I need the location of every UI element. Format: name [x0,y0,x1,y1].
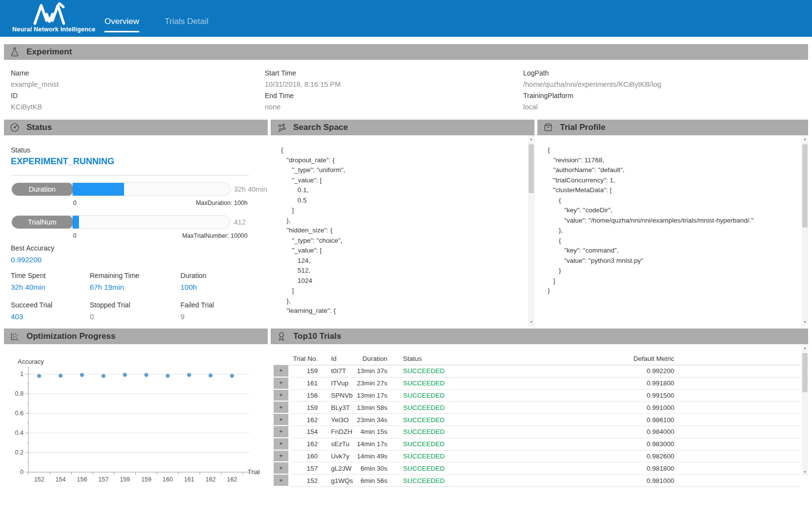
trial-no-cell: 161 [290,378,318,389]
trial-id-cell: FnDZH [318,426,355,438]
field-label: LogPath [523,68,661,78]
status-body: Status EXPERIMENT_RUNNING Duration 32h 4… [4,135,268,326]
optimization-header: Optimization Progress [4,328,268,344]
expand-row-button[interactable]: + [274,438,288,451]
table-row: + 152 g1WQs 6min 56s SUCCEEDED 0.981000 [274,475,800,487]
expand-row-button[interactable]: + [274,475,288,487]
scrollbar-thumb[interactable] [802,353,808,392]
expand-row-button[interactable]: + [274,365,288,378]
metric-cell: 0.991800 [530,378,674,389]
svg-text:0.8: 0.8 [15,390,24,397]
expand-row-button[interactable]: + [274,402,288,414]
svg-text:160: 160 [163,476,173,483]
trialnum-bar-label: TrialNum [12,216,73,228]
optimization-progress-panel: Optimization Progress 00.20.40.60.811521… [4,328,268,505]
status-field-label: Status [11,146,30,154]
table-row: + 162 Yel3O 23min 34s SUCCEEDED 0.986100 [274,414,800,426]
duration-cell: 13min 17s [355,390,387,402]
svg-text:1: 1 [20,371,24,378]
trial-id-cell: Uvk7y [318,451,355,462]
svg-text:0: 0 [20,469,24,476]
col-status: Status [387,355,530,362]
trialnum-bar-fill [73,216,79,228]
expand-row-button[interactable]: + [274,451,288,463]
table-row: + 162 sEzTu 14min 17s SUCCEEDED 0.983000 [274,438,800,451]
table-row-content: 159 t0I7T 13min 37s SUCCEEDED 0.992200 [290,365,800,378]
scroll-up-arrow[interactable]: ▲ [528,135,534,143]
trialnum-max: MaxTrialNumber: 10000 [182,232,248,239]
stat-label: Failed Trial [180,301,214,309]
stat-value: 32h 40min [11,283,46,291]
experiment-body: Name example_mnist ID KCiBytKB Start Tim… [4,60,808,118]
optimization-chart: 00.20.40.60.8115215415615715915916016116… [4,344,271,496]
trial-no-cell: 160 [290,451,318,462]
experiment-col-1: Name example_mnist ID KCiBytKB [11,68,59,113]
table-row-content: 160 Uvk7y 14min 49s SUCCEEDED 0.982600 [290,451,800,463]
scroll-up-arrow[interactable]: ▲ [802,135,808,143]
svg-text:162: 162 [205,476,216,483]
scroll-down-arrow[interactable]: ▼ [802,318,808,326]
stat-failed-trial: Failed Trial 9 [180,301,214,321]
status-cell: SUCCEEDED [387,378,530,389]
top10-scrollbar[interactable]: ▲ ▼ [802,344,808,476]
experiment-col-2: Start Time 10/31/2018, 8:16:15 PM End Ti… [265,68,341,113]
trial-no-cell: 154 [290,426,318,438]
trialnum-bar-track [73,216,230,228]
stat-label: Stopped Trial [90,301,130,309]
scroll-down-arrow[interactable]: ▼ [802,468,808,476]
trial-id-cell: ITVup [318,378,355,389]
top10-body: Trial No. Id Duration Status Default Met… [271,344,808,505]
duration-cell: 23min 27s [355,378,387,389]
col-id: Id [318,355,355,362]
experiment-header: Experiment [4,44,808,60]
stat-remaining-time: Remaining Time 67h 19min [90,272,139,291]
expand-row-button[interactable]: + [274,426,288,438]
experiment-status-value: EXPERIMENT_RUNNING [11,156,114,167]
scrollbar-thumb[interactable] [529,144,534,193]
medal-icon [276,331,287,342]
row-filler [674,390,800,402]
trial-id-cell: t0I7T [318,365,355,377]
field-label: Name [11,68,59,78]
search-space-scrollbar[interactable]: ▲ ▼ [528,135,534,326]
row-filler [674,451,800,462]
expand-row-button[interactable]: + [274,462,288,475]
stat-value: 403 [11,312,52,321]
trial-profile-json: { "revision": 11768, "authorName": "defa… [548,145,798,324]
metric-cell: 0.981000 [530,475,674,486]
scrollbar-thumb[interactable] [802,144,808,227]
table-row: + 159 BLy3T 13min 58s SUCCEEDED 0.991000 [274,402,800,414]
trial-id-cell: Yel3O [318,414,355,426]
status-cell: SUCCEEDED [387,438,530,450]
stat-value: 9 [180,312,214,321]
trial-id-cell: SPNVb [318,390,355,402]
optimization-body: 00.20.40.60.8115215415615715915916016116… [4,344,268,505]
trial-no-cell: 162 [290,414,318,426]
scroll-up-arrow[interactable]: ▲ [802,344,808,352]
field-value: 10/31/2018, 8:16:15 PM [265,78,341,90]
duration-cell: 13min 58s [355,402,387,413]
stat-time-spent: Time Spent 32h 40min [11,272,46,291]
trial-profile-header: Trial Profile [537,120,808,135]
scroll-down-arrow[interactable]: ▼ [528,318,534,326]
expand-row-button[interactable]: + [274,378,288,390]
row-filler [674,402,800,413]
top10-table: Trial No. Id Duration Status Default Met… [274,353,800,487]
metric-cell: 0.981800 [530,462,674,474]
svg-text:162: 162 [227,476,237,483]
trial-profile-scrollbar[interactable]: ▲ ▼ [802,135,808,326]
expand-row-button[interactable]: + [274,414,288,426]
optimization-title: Optimization Progress [26,331,115,341]
table-row-content: 162 sEzTu 14min 17s SUCCEEDED 0.983000 [290,438,800,451]
gauge-icon [9,122,20,133]
row-filler [674,462,800,474]
duration-cell: 14min 49s [355,451,387,462]
col-default-metric: Default Metric [530,355,674,362]
svg-text:0.4: 0.4 [15,429,24,436]
status-cell: SUCCEEDED [387,475,530,486]
col-duration: Duration [355,355,387,362]
duration-bar-track [73,183,230,196]
expand-row-button[interactable]: + [274,390,288,402]
stat-duration: Duration 100h [180,272,206,291]
trial-id-cell: BLy3T [318,402,355,413]
